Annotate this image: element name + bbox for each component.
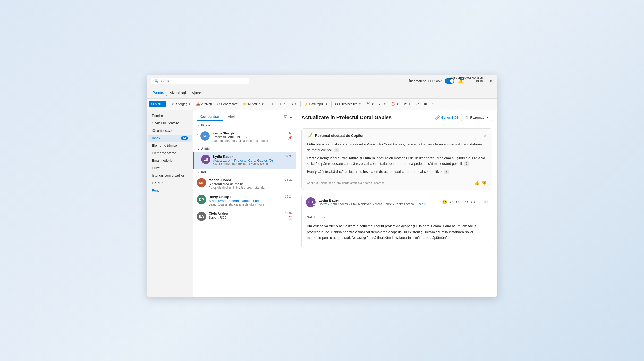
sidebar-item-inbox[interactable]: Inbox 14 xyxy=(148,135,192,142)
recipient-emil: ● Emil Moldovan xyxy=(349,202,371,206)
thumbs-down-button[interactable]: 👎 xyxy=(481,180,487,185)
sidebar-item-groups[interactable]: Grupuri xyxy=(148,179,192,186)
email-content-daisy: Daisy Phillips Stare livrare materiale a… xyxy=(209,195,282,206)
undo-button[interactable]: ↩ xyxy=(414,101,421,107)
filter-icon[interactable]: ≡ xyxy=(290,114,292,119)
sidebar-item-cheltuieli[interactable]: Cheltuieli Contoso xyxy=(148,120,192,127)
forward-button-body[interactable]: ↪ xyxy=(465,200,468,204)
more-actions-button[interactable]: ••• xyxy=(471,200,475,204)
reply-button[interactable]: ↩ xyxy=(269,101,276,107)
sidebar-item-inbox-label: Inbox xyxy=(152,136,160,140)
tab-others[interactable]: Altele xyxy=(225,113,240,120)
close-button[interactable]: ✕ xyxy=(487,77,495,85)
section-today[interactable]: ∨ Astăzi xyxy=(193,145,296,152)
tag-chevron: ▼ xyxy=(384,103,386,105)
sidebar-item-font[interactable]: Font xyxy=(148,187,192,194)
sidebar-item-history[interactable]: Istoricul conversațiilor xyxy=(148,172,192,179)
view-chevron: ▼ xyxy=(408,103,411,105)
sidebar-item-contoso[interactable]: @contoso.com xyxy=(148,127,192,134)
new-mail-button[interactable]: ✉ Mail ▼ xyxy=(149,101,166,107)
tab-concentrated[interactable]: Concentrat xyxy=(197,113,223,121)
sidebar-item-deleted-label: Elemente șterse xyxy=(152,151,176,155)
email-body-section: LB Lydia Bauer Către: ● Katri Ahokas xyxy=(301,194,492,248)
recipients-row: Către: ● Katri Ahokas ● Emil Moldovan ● xyxy=(319,202,442,206)
ribbon-nav-vizualizati[interactable]: Vizualizați xyxy=(167,90,189,96)
ribbon-nav-pornire[interactable]: Pornire xyxy=(150,89,167,96)
email-body-text: Am vrut să vă ofer o actualizare a celui… xyxy=(307,223,487,241)
read-unread-button[interactable]: ✉ Citite/necitite ▼ xyxy=(333,101,363,107)
ribbon: Pornire Vizualizați Ajutor xyxy=(147,87,497,99)
generalitati-button[interactable]: 🔗 Generalități xyxy=(435,115,458,120)
rezumati-button[interactable]: 📋 Rezumați ▼ xyxy=(461,114,492,121)
thumbs-up-button[interactable]: 👍 xyxy=(474,180,479,185)
email-timestamp: 09:30 xyxy=(480,200,488,204)
check-icon[interactable]: ☑ xyxy=(284,114,287,119)
email-item-lydia[interactable]: › LB Lydia Bauer Actualizare în Proiectu… xyxy=(193,152,296,169)
search-input[interactable] xyxy=(161,79,245,83)
email-item-daisy[interactable]: DP Daisy Phillips Stare livrare material… xyxy=(193,192,296,209)
email-item-elvia[interactable]: EA Elvia Atkins Suport RQC 16:07 📅 xyxy=(193,209,296,224)
section-yesterday[interactable]: ∨ Ieri xyxy=(193,169,296,176)
ribbon-nav-ajutor[interactable]: Ajutor xyxy=(189,90,204,96)
clock-button[interactable]: ⏰ ▼ xyxy=(389,101,401,107)
email-content-magda: Magda Florea Sincronizarea de mâine Pute… xyxy=(209,178,282,190)
toolbar-sep-3 xyxy=(300,101,301,107)
section-yesterday-label: Ieri xyxy=(201,170,206,174)
archive-button[interactable]: 📥 Arhivați xyxy=(194,101,214,107)
generalitati-icon: 🔗 xyxy=(435,115,440,120)
delete-button[interactable]: 🗑 Ștergeți ▼ xyxy=(170,101,193,107)
flag-chevron: ▼ xyxy=(371,103,374,105)
view-button[interactable]: 👁 ▼ xyxy=(402,101,413,107)
tag-button[interactable]: 🏷 ▼ xyxy=(377,101,388,107)
sidebar-item-sent[interactable]: Elemente trimise xyxy=(148,142,192,149)
sender-name-daisy: Daisy Phillips xyxy=(209,195,282,199)
recipient-mona: ● Mona Dobre xyxy=(372,202,392,206)
grid-button[interactable]: ⊞ xyxy=(422,101,429,107)
sidebar-item-pornire[interactable]: Pornire xyxy=(148,112,192,119)
expand-icon-lydia[interactable]: › xyxy=(198,156,199,159)
reply-all-button[interactable]: ↩↩ xyxy=(277,101,287,107)
sidebar-item-private[interactable]: Privați xyxy=(148,165,192,171)
quick-steps-button[interactable]: ⚡ Pași rapizi ▼ xyxy=(302,101,330,107)
sidebar-item-junk[interactable]: Email nedorit xyxy=(148,157,192,164)
section-pinned[interactable]: ∨ Fixate xyxy=(193,122,296,129)
try-outlook-label: Încercați noul Outlook xyxy=(409,79,442,83)
email-item-kevin[interactable]: › KS Kevin Sturgis Progresul lotului nr.… xyxy=(193,129,296,145)
forward-button[interactable]: ↪ ▼ xyxy=(288,101,299,107)
reply-button-body[interactable]: ↩ xyxy=(450,200,453,204)
email-item-magda[interactable]: MF Magda Florea Sincronizarea de mâine P… xyxy=(193,176,296,192)
time-elvia: 16:07 xyxy=(285,212,292,215)
unsubscribe-button[interactable]: ✂ Debarasare xyxy=(215,101,240,107)
copilot-para-3: Henry vă întreabă dacă ați lucrat cu ins… xyxy=(307,169,487,175)
email-salutation: Salut tuturor, xyxy=(307,215,487,220)
copilot-para-2: Există o neînțelegere între Tanko și Lid… xyxy=(307,155,487,166)
preview-magda: Puteți distribui un link către proprieta… xyxy=(209,186,282,190)
quick-steps-icon: ⚡ xyxy=(304,102,308,106)
toolbar-sep-4 xyxy=(331,101,332,107)
email-content-lydia: Lydia Bauer Actualizare în Proiectul Cor… xyxy=(213,155,282,166)
subject-elvia: Suport RQC xyxy=(209,216,282,219)
search-bar[interactable]: 🔍 xyxy=(151,78,249,84)
flag-button[interactable]: 🚩 ▼ xyxy=(364,101,376,107)
rezumati-chevron: ▼ xyxy=(486,116,489,119)
extra-recipients[interactable]: + încă 3 xyxy=(415,202,426,206)
email-content-elvia: Elvia Atkins Suport RQC xyxy=(209,212,282,219)
status-dot-tanko: ● xyxy=(393,203,394,206)
emoji-button[interactable]: 😊 xyxy=(442,200,447,204)
reply-all-button-body[interactable]: ↩↩ xyxy=(456,200,462,204)
generalitati-label: Generalități xyxy=(441,116,458,119)
meta-lydia: 09:30 xyxy=(285,155,292,158)
more-button[interactable]: ••• xyxy=(430,101,437,107)
toolbar-sep-1 xyxy=(168,101,168,107)
expand-icon[interactable]: › xyxy=(197,132,198,136)
move-to-button[interactable]: 📁 Mutați în ▼ xyxy=(241,101,266,107)
update-label: Actualizare proiect Monarch 13:30 xyxy=(448,76,483,83)
move-icon: 📁 xyxy=(243,102,247,106)
reading-pane: Actualizare în Proiectul Coral Gables 🔗 … xyxy=(296,110,497,297)
preview-kevin: Salut tuturor, am vrut să vă ofer o actu… xyxy=(212,139,282,143)
time-magda: 16:22 xyxy=(285,178,292,181)
copilot-close-button[interactable]: ✕ xyxy=(483,133,487,138)
sidebar-item-deleted[interactable]: Elemente șterse xyxy=(148,150,192,157)
clock-chevron: ▼ xyxy=(396,103,399,105)
meta-kevin: 12:55 📌 xyxy=(285,131,292,140)
